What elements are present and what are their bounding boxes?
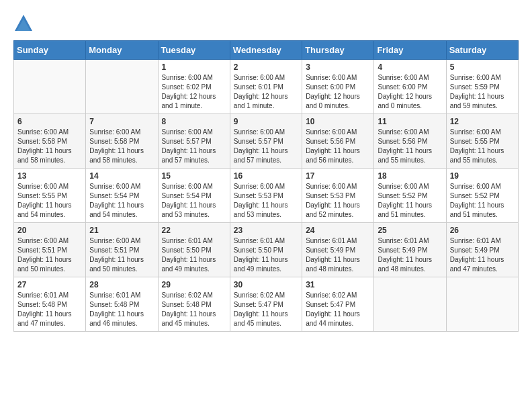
day-number: 14 [89,171,154,181]
day-number: 11 [378,117,442,126]
day-info: Sunrise: 6:00 AMSunset: 5:52 PMDaylight:… [450,182,515,220]
day-info: Sunrise: 6:00 AMSunset: 5:54 PMDaylight:… [162,182,226,220]
calendar-cell: 22Sunrise: 6:01 AMSunset: 5:50 PMDayligh… [158,223,230,277]
day-info: Sunrise: 6:01 AMSunset: 5:49 PMDaylight:… [306,236,370,274]
calendar-cell [14,60,86,114]
day-number: 19 [450,171,515,181]
day-number: 1 [162,62,226,72]
day-info: Sunrise: 6:00 AMSunset: 5:53 PMDaylight:… [306,182,370,220]
day-info: Sunrise: 6:00 AMSunset: 5:58 PMDaylight:… [89,128,154,165]
calendar-cell: 12Sunrise: 6:00 AMSunset: 5:55 PMDayligh… [446,114,518,169]
day-number: 17 [306,171,370,181]
day-number: 16 [234,171,298,181]
day-info: Sunrise: 6:02 AMSunset: 5:48 PMDaylight:… [162,291,226,328]
day-number: 25 [378,226,442,235]
day-number: 15 [162,171,226,181]
calendar-cell: 17Sunrise: 6:00 AMSunset: 5:53 PMDayligh… [302,169,374,223]
calendar-cell: 10Sunrise: 6:00 AMSunset: 5:56 PMDayligh… [302,114,374,169]
calendar-cell [446,277,518,332]
day-info: Sunrise: 6:01 AMSunset: 5:48 PMDaylight:… [17,291,82,328]
page-header [13,13,519,34]
calendar-cell: 30Sunrise: 6:02 AMSunset: 5:47 PMDayligh… [230,277,302,332]
calendar-week-1: 1Sunrise: 6:00 AMSunset: 6:02 PMDaylight… [14,60,519,114]
calendar-cell: 20Sunrise: 6:00 AMSunset: 5:51 PMDayligh… [14,223,86,277]
day-number: 10 [306,117,370,126]
calendar-cell: 6Sunrise: 6:00 AMSunset: 5:58 PMDaylight… [14,114,86,169]
calendar-week-3: 13Sunrise: 6:00 AMSunset: 5:55 PMDayligh… [14,169,519,223]
calendar-cell: 8Sunrise: 6:00 AMSunset: 5:57 PMDaylight… [158,114,230,169]
day-number: 31 [306,280,370,289]
calendar-header-row: SundayMondayTuesdayWednesdayThursdayFrid… [14,41,519,60]
day-number: 23 [234,226,298,235]
calendar-cell: 7Sunrise: 6:00 AMSunset: 5:58 PMDaylight… [86,114,158,169]
logo [13,13,38,34]
calendar-week-4: 20Sunrise: 6:00 AMSunset: 5:51 PMDayligh… [14,223,519,277]
calendar-cell: 25Sunrise: 6:01 AMSunset: 5:49 PMDayligh… [374,223,446,277]
logo-icon [13,13,34,34]
day-info: Sunrise: 6:00 AMSunset: 5:57 PMDaylight:… [234,128,298,165]
day-info: Sunrise: 6:00 AMSunset: 5:58 PMDaylight:… [17,128,82,165]
calendar-cell: 9Sunrise: 6:00 AMSunset: 5:57 PMDaylight… [230,114,302,169]
day-number: 3 [306,62,370,72]
day-number: 2 [234,62,298,72]
day-number: 20 [17,226,82,235]
calendar-week-2: 6Sunrise: 6:00 AMSunset: 5:58 PMDaylight… [14,114,519,169]
day-number: 5 [450,62,515,72]
day-number: 27 [17,280,82,289]
day-info: Sunrise: 6:00 AMSunset: 5:52 PMDaylight:… [378,182,442,220]
calendar-cell: 21Sunrise: 6:00 AMSunset: 5:51 PMDayligh… [86,223,158,277]
day-info: Sunrise: 6:00 AMSunset: 5:55 PMDaylight:… [450,128,515,165]
day-info: Sunrise: 6:00 AMSunset: 5:59 PMDaylight:… [450,73,515,111]
column-header-tuesday: Tuesday [158,41,230,60]
day-number: 21 [89,226,154,235]
day-number: 24 [306,226,370,235]
day-info: Sunrise: 6:00 AMSunset: 5:53 PMDaylight:… [234,182,298,220]
day-number: 4 [378,62,442,72]
day-info: Sunrise: 6:00 AMSunset: 6:02 PMDaylight:… [162,73,226,111]
calendar-cell: 5Sunrise: 6:00 AMSunset: 5:59 PMDaylight… [446,60,518,114]
calendar-cell: 28Sunrise: 6:01 AMSunset: 5:48 PMDayligh… [86,277,158,332]
day-info: Sunrise: 6:01 AMSunset: 5:50 PMDaylight:… [234,236,298,274]
day-number: 7 [89,117,154,126]
day-number: 28 [89,280,154,289]
calendar-cell: 3Sunrise: 6:00 AMSunset: 6:00 PMDaylight… [302,60,374,114]
day-number: 22 [162,226,226,235]
day-info: Sunrise: 6:02 AMSunset: 5:47 PMDaylight:… [306,291,370,328]
day-info: Sunrise: 6:00 AMSunset: 6:00 PMDaylight:… [306,73,370,111]
day-number: 30 [234,280,298,289]
day-number: 8 [162,117,226,126]
column-header-friday: Friday [374,41,446,60]
day-info: Sunrise: 6:01 AMSunset: 5:49 PMDaylight:… [378,236,442,274]
column-header-thursday: Thursday [302,41,374,60]
calendar-cell: 16Sunrise: 6:00 AMSunset: 5:53 PMDayligh… [230,169,302,223]
calendar-cell: 29Sunrise: 6:02 AMSunset: 5:48 PMDayligh… [158,277,230,332]
calendar-table: SundayMondayTuesdayWednesdayThursdayFrid… [13,40,519,332]
calendar-cell: 14Sunrise: 6:00 AMSunset: 5:54 PMDayligh… [86,169,158,223]
day-info: Sunrise: 6:00 AMSunset: 5:56 PMDaylight:… [378,128,442,165]
day-info: Sunrise: 6:00 AMSunset: 5:56 PMDaylight:… [306,128,370,165]
day-info: Sunrise: 6:00 AMSunset: 6:01 PMDaylight:… [234,73,298,111]
column-header-wednesday: Wednesday [230,41,302,60]
column-header-monday: Monday [86,41,158,60]
day-info: Sunrise: 6:02 AMSunset: 5:47 PMDaylight:… [234,291,298,328]
day-number: 9 [234,117,298,126]
calendar-cell: 13Sunrise: 6:00 AMSunset: 5:55 PMDayligh… [14,169,86,223]
calendar-cell [86,60,158,114]
day-number: 18 [378,171,442,181]
day-number: 6 [17,117,82,126]
day-number: 13 [17,171,82,181]
calendar-cell: 4Sunrise: 6:00 AMSunset: 6:00 PMDaylight… [374,60,446,114]
calendar-cell: 26Sunrise: 6:01 AMSunset: 5:49 PMDayligh… [446,223,518,277]
calendar-cell: 27Sunrise: 6:01 AMSunset: 5:48 PMDayligh… [14,277,86,332]
calendar-cell: 2Sunrise: 6:00 AMSunset: 6:01 PMDaylight… [230,60,302,114]
calendar-cell [374,277,446,332]
day-info: Sunrise: 6:01 AMSunset: 5:48 PMDaylight:… [89,291,154,328]
column-header-sunday: Sunday [14,41,86,60]
day-info: Sunrise: 6:00 AMSunset: 5:54 PMDaylight:… [89,182,154,220]
calendar-cell: 15Sunrise: 6:00 AMSunset: 5:54 PMDayligh… [158,169,230,223]
day-info: Sunrise: 6:00 AMSunset: 5:51 PMDaylight:… [17,236,82,274]
calendar-week-5: 27Sunrise: 6:01 AMSunset: 5:48 PMDayligh… [14,277,519,332]
calendar-cell: 11Sunrise: 6:00 AMSunset: 5:56 PMDayligh… [374,114,446,169]
calendar-cell: 24Sunrise: 6:01 AMSunset: 5:49 PMDayligh… [302,223,374,277]
day-info: Sunrise: 6:00 AMSunset: 5:55 PMDaylight:… [17,182,82,220]
